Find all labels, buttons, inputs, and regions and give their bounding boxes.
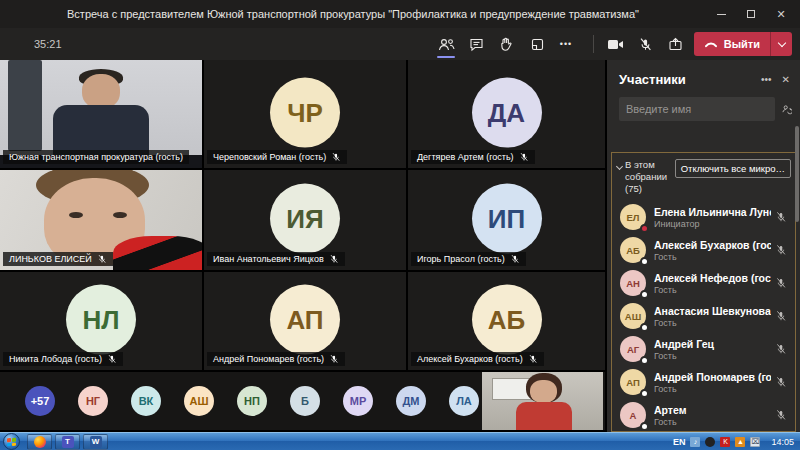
pointer-tray-icon[interactable] — [705, 437, 715, 447]
participant-row[interactable]: АП Андрей Пономарев (гость) Гость — [612, 368, 795, 397]
language-indicator[interactable]: EN — [673, 437, 686, 447]
avatar-tile[interactable]: ИП Игорь Прасол (гость) — [408, 170, 605, 270]
video-tile-boy[interactable]: ЛИНЬКОВ ЕЛИСЕЙ — [0, 170, 202, 270]
tile-name-label: Андрей Пономарев (гость) — [207, 352, 345, 366]
participant-name: Иван Анатольевич Яицков — [213, 254, 324, 264]
people-icon — [438, 37, 455, 52]
breakout-rooms-button[interactable] — [524, 32, 548, 56]
mic-off-icon — [528, 354, 538, 364]
taskbar-item-firefox[interactable] — [27, 434, 52, 450]
overflow-avatar[interactable]: ЛА — [449, 386, 479, 416]
avatar: АП — [620, 369, 646, 395]
share-screen-button[interactable] — [664, 32, 688, 56]
windows-logo-icon — [7, 437, 16, 446]
taskbar-item-word[interactable]: W — [83, 434, 108, 450]
avatar: АШ — [620, 303, 646, 329]
participant-name: Елена Ильинична Лунева — [654, 206, 771, 218]
mic-off-icon — [775, 244, 787, 256]
close-button[interactable]: ✕ — [766, 2, 796, 26]
avatar-tile[interactable]: ДА Дегтярев Артем (гость) — [408, 60, 605, 168]
participant-name: Андрей Пономарев (гость) — [213, 354, 324, 364]
avatar: ЧР — [270, 78, 340, 148]
window-controls: ✕ — [706, 2, 796, 26]
avatar-tile[interactable]: ЧР Череповский Роман (гость) — [204, 60, 406, 168]
mic-off-icon — [775, 310, 787, 322]
presence-dot — [640, 224, 649, 233]
overflow-avatar[interactable]: АШ — [184, 386, 214, 416]
participant-name: Никита Лобода (гость) — [9, 354, 102, 364]
maximize-button[interactable] — [736, 2, 766, 26]
maximize-icon — [747, 10, 755, 18]
leave-main[interactable]: Выйти — [694, 32, 770, 56]
participant-name: Алексей Бухарков (гость) — [417, 354, 523, 364]
presence-dot — [640, 356, 649, 365]
refresh-participants-icon[interactable] — [781, 102, 792, 116]
participant-row[interactable]: АГ Андрей Гец Гость — [612, 335, 795, 364]
antivirus-tray-icon[interactable]: K — [720, 437, 730, 447]
mic-off-icon — [331, 152, 341, 162]
avatar: ИП — [472, 184, 542, 254]
chat-icon — [469, 37, 484, 52]
panel-more-button[interactable]: ••• — [761, 74, 772, 85]
start-button[interactable] — [3, 433, 20, 450]
mic-off-icon — [775, 376, 787, 388]
presence-dot — [640, 389, 649, 398]
audio-tray-icon[interactable]: ♪ — [690, 437, 700, 447]
toolbar-divider — [593, 35, 594, 53]
participant-row[interactable]: ЕЛ Елена Ильинична Лунева Инициатор — [612, 203, 795, 232]
avatar-tile[interactable]: АП Андрей Пономарев (гость) — [204, 272, 406, 370]
participant-name: Артем — [654, 404, 771, 416]
taskbar-clock[interactable]: 14:05 — [771, 437, 794, 447]
mic-off-icon — [775, 343, 787, 355]
participants-button[interactable] — [434, 32, 458, 56]
panel-close-button[interactable]: ✕ — [782, 74, 790, 85]
search-row — [619, 97, 792, 121]
overflow-avatar[interactable]: МР — [343, 386, 373, 416]
minimize-button[interactable] — [706, 2, 736, 26]
mute-all-button[interactable]: Отключить все микро… — [675, 159, 791, 178]
overflow-avatar[interactable]: ВК — [131, 386, 161, 416]
panel-scrollbar[interactable] — [795, 126, 799, 222]
participant-role: Гость — [654, 417, 771, 427]
microphone-muted-button[interactable] — [634, 32, 658, 56]
participant-row[interactable]: АБ Алексей Бухарков (гость) Гость — [612, 236, 795, 265]
overflow-avatar[interactable]: НГ — [78, 386, 108, 416]
participant-row[interactable]: АШ Анастасия Шевкунова Гость — [612, 302, 795, 331]
raise-hand-button[interactable] — [494, 32, 518, 56]
avatar: А — [620, 402, 646, 428]
network-tray-icon[interactable]: ⌧ — [750, 437, 760, 447]
avatar-tile[interactable]: ИЯ Иван Анатольевич Яицков — [204, 170, 406, 270]
chat-button[interactable] — [464, 32, 488, 56]
overflow-count-avatar[interactable]: +57 — [25, 386, 55, 416]
section-label: В этом собрании (75) — [625, 159, 673, 195]
camera-button[interactable] — [604, 32, 628, 56]
participant-row[interactable]: А Артем Гость — [612, 401, 795, 430]
self-view-tile[interactable] — [482, 372, 603, 430]
more-actions-button[interactable]: ••• — [554, 32, 578, 56]
leave-label: Выйти — [724, 38, 760, 50]
overflow-avatar[interactable]: НП — [237, 386, 267, 416]
overflow-avatar[interactable]: ДМ — [396, 386, 426, 416]
avatar-tile[interactable]: НЛ Никита Лобода (гость) — [0, 272, 202, 370]
video-tile-prosecutor[interactable]: Южная транспортная прокуратура (гость) — [0, 60, 202, 168]
search-input[interactable] — [619, 97, 775, 121]
leave-options-button[interactable] — [770, 32, 792, 56]
updates-tray-icon[interactable]: ▲ — [735, 437, 745, 447]
participant-name: Игорь Прасол (гость) — [417, 254, 505, 264]
mic-off-icon — [329, 354, 339, 364]
mic-off-icon — [107, 354, 117, 364]
teams-icon: T — [62, 436, 74, 448]
participant-name: ЛИНЬКОВ ЕЛИСЕЙ — [9, 254, 92, 264]
avatar: АН — [620, 270, 646, 296]
tile-name-label: Южная транспортная прокуратура (гость) — [3, 150, 189, 164]
overflow-avatar[interactable]: Б — [290, 386, 320, 416]
leave-button[interactable]: Выйти — [694, 32, 792, 56]
avatar: ДА — [472, 78, 542, 148]
mic-off-icon — [638, 37, 653, 52]
self-view-video — [482, 372, 603, 430]
taskbar-item-teams[interactable]: T — [55, 434, 80, 450]
avatar-tile[interactable]: АБ Алексей Бухарков (гость) — [408, 272, 605, 370]
participant-row[interactable]: АН Алексей Нефедов (гость) Гость — [612, 269, 795, 298]
section-chevron-icon[interactable] — [616, 163, 623, 170]
participant-name: Алексей Нефедов (гость) — [654, 272, 771, 284]
